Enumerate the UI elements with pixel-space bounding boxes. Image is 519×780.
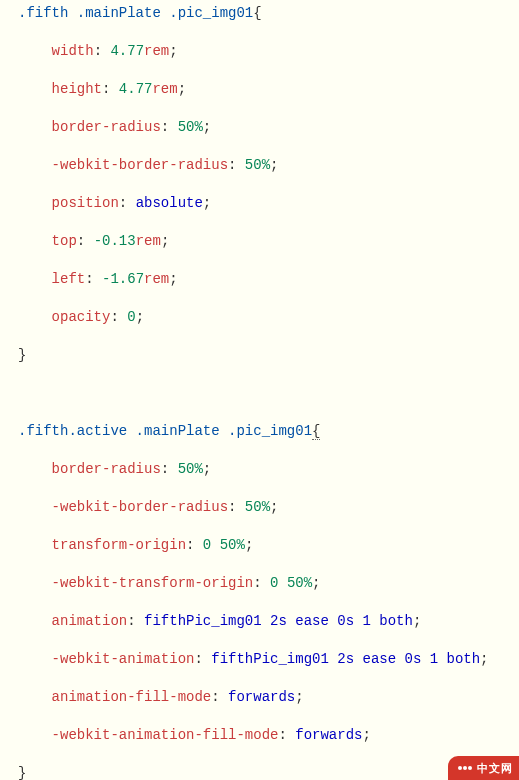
code-token: position (52, 195, 119, 211)
code-token: 0 (203, 537, 211, 553)
code-token: -webkit-transform-origin (52, 575, 254, 591)
code-token: rem (152, 81, 177, 97)
code-line[interactable]: position: absolute; (18, 194, 519, 213)
code-token: rem (144, 43, 169, 59)
code-token: : (102, 81, 119, 97)
code-token: fifthPic_img01 2s ease 0s 1 both (144, 613, 413, 629)
code-token: 50% (287, 575, 312, 591)
code-token: height (52, 81, 102, 97)
code-token: ; (169, 43, 177, 59)
code-token: -webkit-border-radius (52, 157, 228, 173)
code-token: fifthPic_img01 2s ease 0s 1 both (211, 651, 480, 667)
code-line[interactable]: animation: fifthPic_img01 2s ease 0s 1 b… (18, 612, 519, 631)
code-token: .fifth .mainPlate .pic_img01 (18, 5, 253, 21)
code-token: : (211, 689, 228, 705)
code-token: 50% (245, 499, 270, 515)
code-token: animation-fill-mode (52, 689, 212, 705)
code-token: : (228, 499, 245, 515)
code-token: transform-origin (52, 537, 186, 553)
code-token: width (52, 43, 94, 59)
code-token: : (119, 195, 136, 211)
code-line[interactable]: animation-fill-mode: forwards; (18, 688, 519, 707)
code-token: ; (136, 309, 144, 325)
code-line[interactable]: -webkit-border-radius: 50%; (18, 156, 519, 175)
code-token: 0 (127, 309, 135, 325)
code-token: ; (295, 689, 303, 705)
code-token: -webkit-animation-fill-mode (52, 727, 279, 743)
code-token: ; (203, 195, 211, 211)
code-token: -1.67 (102, 271, 144, 287)
code-line[interactable]: height: 4.77rem; (18, 80, 519, 99)
code-line[interactable]: -webkit-border-radius: 50%; (18, 498, 519, 517)
code-line[interactable]: -webkit-animation: fifthPic_img01 2s eas… (18, 650, 519, 669)
code-line[interactable]: opacity: 0; (18, 308, 519, 327)
code-token (278, 575, 286, 591)
code-token: ; (480, 651, 488, 667)
code-token: } (18, 347, 26, 363)
code-token: : (228, 157, 245, 173)
code-line[interactable]: top: -0.13rem; (18, 232, 519, 251)
code-token: ; (161, 233, 169, 249)
code-token: opacity (52, 309, 111, 325)
code-token: -webkit-border-radius (52, 499, 228, 515)
code-token: -0.13 (94, 233, 136, 249)
code-token: 50% (220, 537, 245, 553)
code-token: ; (270, 499, 278, 515)
code-line[interactable]: left: -1.67rem; (18, 270, 519, 289)
code-token (211, 537, 219, 553)
code-token: ; (362, 727, 370, 743)
code-token: 50% (178, 119, 203, 135)
code-token: ; (413, 613, 421, 629)
code-token: ; (270, 157, 278, 173)
code-editor[interactable]: .fifth .mainPlate .pic_img01{ width: 4.7… (0, 0, 519, 780)
code-token: animation (52, 613, 128, 629)
code-token (18, 385, 26, 401)
code-line[interactable]: } (18, 764, 519, 780)
code-token: : (194, 651, 211, 667)
code-token: border-radius (52, 461, 161, 477)
code-token: .fifth.active .mainPlate .pic_img01 (18, 423, 312, 439)
code-token: : (127, 613, 144, 629)
code-token: : (77, 233, 94, 249)
code-line[interactable]: width: 4.77rem; (18, 42, 519, 61)
code-token: { (253, 5, 261, 21)
code-token: left (52, 271, 86, 287)
code-token: forwards (295, 727, 362, 743)
code-token: : (161, 119, 178, 135)
code-line[interactable]: .fifth .mainPlate .pic_img01{ (18, 4, 519, 23)
code-token: 4.77 (110, 43, 144, 59)
code-token: ; (312, 575, 320, 591)
code-token: : (253, 575, 270, 591)
code-line[interactable]: transform-origin: 0 50%; (18, 536, 519, 555)
code-token: ; (169, 271, 177, 287)
code-token: top (52, 233, 77, 249)
code-line[interactable]: .fifth.active .mainPlate .pic_img01{ (18, 422, 519, 441)
code-line[interactable]: -webkit-animation-fill-mode: forwards; (18, 726, 519, 745)
code-token: : (85, 271, 102, 287)
code-token: 50% (245, 157, 270, 173)
code-token: ; (203, 461, 211, 477)
code-token: ; (178, 81, 186, 97)
code-token: 4.77 (119, 81, 153, 97)
site-watermark: 中文网 (448, 756, 519, 780)
code-line[interactable]: } (18, 346, 519, 365)
code-token: } (18, 766, 26, 780)
code-token: forwards (228, 689, 295, 705)
code-token: ; (203, 119, 211, 135)
code-token: absolute (136, 195, 203, 211)
code-token: : (186, 537, 203, 553)
code-token: -webkit-animation (52, 651, 195, 667)
code-token: 50% (178, 461, 203, 477)
watermark-text: 中文网 (477, 762, 513, 774)
code-token: ; (245, 537, 253, 553)
code-line[interactable] (18, 384, 519, 403)
code-line[interactable]: border-radius: 50%; (18, 460, 519, 479)
code-token: border-radius (52, 119, 161, 135)
code-line[interactable]: border-radius: 50%; (18, 118, 519, 137)
code-token: rem (136, 233, 161, 249)
code-token: : (94, 43, 111, 59)
code-token: : (278, 727, 295, 743)
code-line[interactable]: -webkit-transform-origin: 0 50%; (18, 574, 519, 593)
code-token: : (161, 461, 178, 477)
code-token: : (110, 309, 127, 325)
